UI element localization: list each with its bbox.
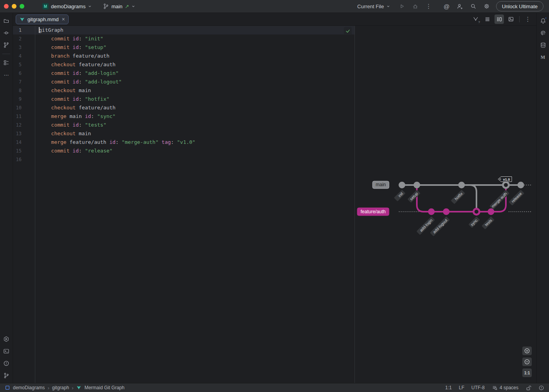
commit-add-login[interactable] [428,209,435,215]
add-user-button[interactable] [456,2,464,10]
mermaid-help-icon[interactable]: ? [471,15,480,24]
line-number: 5 [13,60,22,69]
editor-options-button[interactable]: ⋮ [523,15,533,24]
services-tool-button[interactable] [2,335,11,343]
encoding-widget[interactable]: UTF-8 [471,385,485,390]
breadcrumb-element[interactable]: Mermaid Git Graph [84,385,124,390]
project-tool-button[interactable] [2,16,11,25]
file-lock-widget[interactable] [525,385,531,391]
project-name: demoDiagrams [51,4,85,9]
right-tool-stripe: M [536,13,549,383]
database-icon [540,42,546,48]
caret-position-widget[interactable]: 1:1 [445,385,452,390]
commit-hotfix[interactable] [458,182,465,189]
commit-icon [3,30,9,36]
code-line-1[interactable]: 1gitGraph [13,26,354,34]
minimize-window-button[interactable] [12,4,16,9]
code-text: checkout main [22,86,91,95]
code-editor[interactable]: 1gitGraph2 commit id: "init"3 commit id:… [13,26,354,383]
svg-text:main: main [376,182,386,187]
commit-release[interactable] [518,182,524,189]
code-line-13[interactable]: 13 checkout main [13,129,354,138]
git-tool-button[interactable] [2,371,11,380]
more-tool-windows-button[interactable]: ⋯ [2,71,11,79]
close-tab-icon[interactable]: × [62,16,65,22]
breadcrumb-project[interactable]: demoDiagrams [13,385,45,390]
merge-commit-sync[interactable] [474,209,480,215]
code-line-7[interactable]: 7 commit id: "add-logout" [13,78,354,86]
vcs-branch-widget[interactable]: main ↗ [100,2,138,11]
breadcrumb-chevron: › [72,385,73,391]
structure-tool-button[interactable] [2,58,11,67]
maven-button[interactable]: M [539,53,547,62]
breadcrumb: demoDiagrams › gitgraph › Mermaid Git Gr… [5,385,124,391]
line-separator-widget[interactable]: LF [459,385,464,390]
code-line-6[interactable]: 6 commit id: "add-login" [13,69,354,78]
code-line-14[interactable]: 14 merge feature/auth id: "merge-auth" t… [13,138,354,147]
code-line-5[interactable]: 5 checkout feature/auth [13,60,354,69]
search-everywhere-button[interactable] [469,2,477,10]
line-number: 11 [13,112,22,121]
code-line-4[interactable]: 4 branch feature/auth [13,52,354,60]
line-number: 6 [13,69,22,78]
commit-tests[interactable] [488,209,494,215]
code-line-8[interactable]: 8 checkout main [13,86,354,95]
version-control-tool-button[interactable] [2,41,11,49]
no-problems-check-icon [345,28,351,34]
run-configuration-selector[interactable]: Current File [355,2,393,11]
commit-add-logout[interactable] [443,209,450,215]
inspection-widget[interactable] [344,27,352,35]
database-button[interactable] [539,41,547,49]
commit-tool-button[interactable] [2,29,11,37]
show-editor-and-preview-button[interactable] [494,15,504,24]
mermaid-preview-pane[interactable]: initsetuphotfixmerge-authreleaseadd-logi… [355,26,536,383]
ai-assistant-button[interactable] [539,29,547,37]
branch-label-main: main [373,181,389,189]
titlebar: M demoDiagrams main ↗ Current File ⋮ @ [0,0,549,13]
problems-tool-button[interactable] [2,359,11,368]
show-editor-only-button[interactable] [483,15,492,24]
breadcrumb-file[interactable]: gitgraph [52,385,69,390]
terminal-icon [3,348,9,354]
zoom-out-button[interactable] [522,358,532,366]
merge-commit-merge-auth[interactable] [503,182,509,188]
debug-button[interactable] [411,2,419,10]
more-actions-button[interactable]: ⋮ [425,2,433,10]
status-bar: demoDiagrams › gitgraph › Mermaid Git Gr… [0,383,549,392]
settings-gear-icon[interactable] [483,2,491,10]
code-line-9[interactable]: 9 commit id: "hotfix" [13,95,354,103]
line-number: 12 [13,121,22,129]
tab-gitgraph-mmd[interactable]: gitgraph.mmd × [16,15,69,24]
zoom-in-button[interactable] [522,347,532,355]
preview-zoom-controls: 1:1 [522,347,532,377]
terminal-tool-button[interactable] [2,347,11,356]
code-line-3[interactable]: 3 commit id: "setup" [13,43,354,52]
notifications-button[interactable] [539,16,547,25]
notification-badge [545,17,547,19]
line-number: 8 [13,86,22,95]
code-line-15[interactable]: 15 commit id: "release" [13,147,354,155]
code-line-2[interactable]: 2 commit id: "init" [13,34,354,43]
mentions-ai-icon[interactable]: @ [443,2,451,10]
commit-init[interactable] [399,182,405,189]
show-preview-only-button[interactable] [506,15,516,24]
unlock-ultimate-button[interactable]: Unlock Ultimate [496,1,544,11]
line-number: 14 [13,138,22,147]
error-analysis-widget[interactable] [538,385,544,391]
project-widget[interactable]: M demoDiagrams [40,2,94,11]
exclamation-circle-icon [538,385,544,391]
zoom-reset-button[interactable]: 1:1 [522,368,532,377]
commit-setup[interactable] [414,182,420,189]
run-button[interactable] [398,2,406,10]
code-text [22,155,39,164]
code-line-16[interactable]: 16 [13,155,354,164]
code-line-12[interactable]: 12 commit id: "tests" [13,121,354,129]
unlocked-padlock-icon [525,385,531,391]
vcs-graph-icon [3,42,9,48]
code-line-11[interactable]: 11 merge main id: "sync" [13,112,354,121]
indent-widget[interactable]: 4 spaces [492,385,518,391]
close-window-button[interactable] [4,4,9,9]
zoom-window-button[interactable] [20,4,24,9]
code-line-10[interactable]: 10 checkout feature/auth [13,103,354,112]
mermaid-icon [76,385,82,390]
